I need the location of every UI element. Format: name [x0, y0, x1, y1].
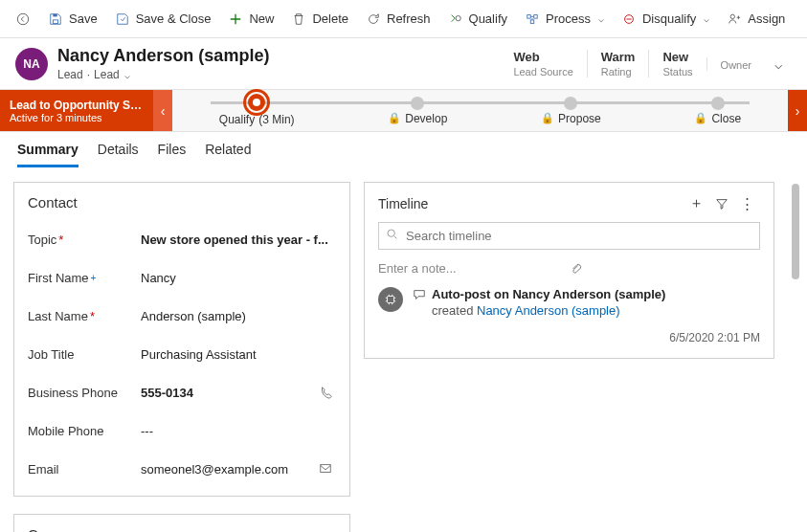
required-icon: *: [90, 309, 95, 323]
chevron-left-icon: [15, 11, 31, 27]
timeline-search: [378, 222, 760, 250]
entity-label: Lead: [57, 68, 83, 81]
plus-icon: [228, 11, 243, 27]
post-link[interactable]: Nancy Anderson (sample): [477, 303, 620, 318]
save-label: Save: [69, 11, 98, 26]
save-close-label: Save & Close: [136, 11, 212, 26]
post-action: created: [432, 303, 473, 318]
trash-icon: [291, 11, 306, 27]
tab-related[interactable]: Related: [205, 142, 251, 167]
svg-rect-11: [388, 297, 394, 303]
bpf-stage-close[interactable]: 🔒Close: [694, 97, 741, 125]
bpf-stages: Qualify (3 Min) 🔒Develop 🔒Propose 🔒Close: [172, 90, 788, 131]
timeline-overflow-button[interactable]: ⋮: [734, 193, 760, 214]
filter-icon: [715, 197, 729, 211]
scroll-thumb[interactable]: [792, 184, 799, 279]
note-placeholder: Enter a note...: [378, 261, 570, 276]
chat-icon: [413, 288, 426, 301]
bpf-prev[interactable]: ‹: [153, 90, 172, 131]
bpf-stage-propose[interactable]: 🔒Propose: [541, 97, 601, 125]
required-icon: *: [58, 233, 63, 247]
process-label: Process: [546, 11, 591, 26]
new-button[interactable]: New: [220, 8, 281, 31]
header-field-owner[interactable]: Owner: [706, 57, 765, 71]
field-topic[interactable]: Topic* New store opened this year - f...: [28, 220, 336, 258]
form-body: Contact Topic* New store opened this yea…: [0, 168, 807, 532]
refresh-label: Refresh: [387, 11, 431, 26]
scroll-track[interactable]: [788, 182, 801, 528]
field-job-title[interactable]: Job Title Purchasing Assistant: [28, 335, 336, 373]
record-header: NA Nancy Anderson (sample) Lead · Lead ⌵…: [0, 38, 807, 90]
field-email[interactable]: Email someonel3@example.com: [28, 450, 336, 488]
bpf-next[interactable]: ›: [788, 90, 807, 131]
chevron-down-icon: ⌵: [124, 70, 130, 80]
stage-marker: [711, 97, 725, 110]
command-bar: Save Save & Close New Delete Refresh Qua…: [0, 0, 807, 38]
timeline-filter-button[interactable]: [709, 195, 734, 212]
tab-details[interactable]: Details: [98, 142, 139, 167]
process-icon: [525, 11, 540, 27]
recommended-icon: +: [91, 273, 97, 283]
timeline-note-row[interactable]: Enter a note...: [378, 261, 760, 276]
disqualify-label: Disqualify: [642, 11, 696, 26]
header-field-lead-source[interactable]: Web Lead Source: [500, 50, 586, 78]
bpf-name: Lead to Opportunity Sale...: [10, 99, 144, 112]
form-selector[interactable]: Lead ⌵: [94, 68, 130, 81]
header-expand[interactable]: ⌵: [765, 56, 792, 72]
assign-label: Assign: [748, 11, 785, 26]
process-button[interactable]: Process ⌵: [517, 8, 612, 31]
bpf-stage-develop[interactable]: 🔒Develop: [388, 97, 447, 125]
refresh-button[interactable]: Refresh: [358, 8, 438, 31]
back-button[interactable]: [8, 8, 38, 31]
field-mobile-phone[interactable]: Mobile Phone ---: [28, 411, 336, 450]
disqualify-icon: [621, 11, 637, 27]
qualify-button[interactable]: Qualify: [440, 8, 515, 31]
timeline-item[interactable]: Auto-post on Nancy Anderson (sample) cre…: [378, 287, 760, 344]
post-timestamp: 6/5/2020 2:01 PM: [413, 331, 760, 344]
lock-icon: 🔒: [388, 112, 401, 124]
lock-icon: 🔒: [541, 112, 554, 124]
plus-icon: ＋: [689, 194, 704, 211]
field-first-name[interactable]: First Name+ Nancy: [28, 258, 336, 297]
bpf-flag[interactable]: Lead to Opportunity Sale... Active for 3…: [0, 90, 153, 131]
chevron-down-icon: ⌵: [598, 13, 604, 24]
qualify-icon: [448, 11, 463, 27]
auto-post-icon: [378, 287, 403, 312]
save-close-icon: [115, 11, 130, 27]
tab-files[interactable]: Files: [158, 142, 187, 167]
timeline-add-button[interactable]: ＋: [684, 192, 709, 214]
refresh-icon: [366, 11, 381, 27]
mail-icon[interactable]: [319, 462, 336, 476]
assign-icon: [727, 11, 742, 27]
header-field-rating[interactable]: Warm Rating: [587, 50, 649, 78]
save-close-button[interactable]: Save & Close: [107, 8, 219, 31]
section-title: Company: [28, 526, 336, 532]
assign-button[interactable]: Assign: [719, 8, 793, 31]
svg-rect-4: [527, 14, 531, 18]
svg-rect-6: [530, 19, 534, 23]
svg-rect-9: [321, 465, 331, 473]
field-business-phone[interactable]: Business Phone 555-0134: [28, 373, 336, 411]
tab-summary[interactable]: Summary: [17, 142, 78, 167]
attachment-icon[interactable]: [570, 262, 761, 276]
stage-marker-active: [248, 94, 265, 111]
svg-rect-5: [534, 14, 538, 18]
right-column: Timeline ＋ ⋮ Enter a note...: [364, 182, 774, 528]
left-column: Contact Topic* New store opened this yea…: [13, 182, 350, 528]
disqualify-button[interactable]: Disqualify ⌵: [614, 8, 717, 31]
stage-marker: [411, 97, 424, 110]
timeline-section: Timeline ＋ ⋮ Enter a note...: [364, 182, 774, 359]
stage-marker: [564, 97, 577, 110]
header-field-status[interactable]: New Status: [648, 50, 706, 78]
section-title: Contact: [28, 194, 336, 211]
phone-icon[interactable]: [319, 386, 336, 399]
field-last-name[interactable]: Last Name* Anderson (sample): [28, 297, 336, 335]
delete-button[interactable]: Delete: [283, 8, 356, 31]
save-icon: [48, 11, 63, 27]
overflow-menu[interactable]: ⋮: [795, 8, 807, 30]
timeline-search-input[interactable]: [378, 222, 760, 250]
bpf-stage-qualify[interactable]: Qualify (3 Min): [219, 96, 295, 126]
save-button[interactable]: Save: [40, 8, 105, 31]
avatar: NA: [15, 48, 48, 80]
header-left: Nancy Anderson (sample) Lead · Lead ⌵: [57, 46, 500, 81]
